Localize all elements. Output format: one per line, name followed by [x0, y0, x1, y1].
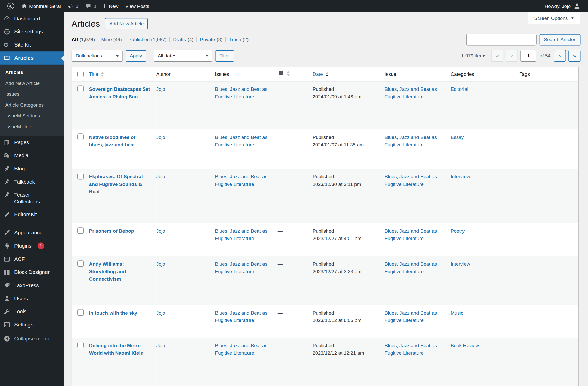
- row-checkbox[interactable]: [77, 173, 84, 179]
- issues-link[interactable]: Blues, Jazz and Beat as Fugitive Literat…: [215, 228, 267, 241]
- row-checkbox[interactable]: [77, 227, 84, 234]
- row-checkbox[interactable]: [77, 133, 84, 140]
- article-title-link[interactable]: Delving into the Mirror World with Naomi…: [89, 343, 143, 356]
- row-checkbox[interactable]: [77, 342, 84, 348]
- issues-link[interactable]: Blues, Jazz and Beat as Fugitive Literat…: [215, 310, 267, 323]
- sidebar-item-site-settings[interactable]: Site settings: [0, 25, 64, 38]
- issues-link[interactable]: Blues, Jazz and Beat as Fugitive Literat…: [215, 174, 267, 187]
- sidebar-item-users[interactable]: Users: [0, 292, 64, 305]
- filter-mine[interactable]: Mine(49): [98, 37, 125, 42]
- filter-button[interactable]: Filter: [215, 50, 234, 61]
- issue-link[interactable]: Blues, Jazz and Beat as Fugitive Literat…: [384, 228, 437, 241]
- site-name-menu[interactable]: Montréal Serai: [18, 0, 64, 12]
- author-link[interactable]: Jojo: [156, 86, 165, 92]
- dates-filter-select[interactable]: All dates: [153, 50, 212, 62]
- collapse-menu-button[interactable]: Collapse menu: [0, 332, 64, 345]
- row-checkbox[interactable]: [77, 309, 84, 315]
- search-articles-button[interactable]: Search Articles: [540, 34, 580, 45]
- new-content-menu[interactable]: + New: [99, 0, 122, 12]
- sidebar-item-settings[interactable]: Settings: [0, 318, 64, 331]
- category-link[interactable]: Interview: [451, 174, 470, 179]
- row-checkbox[interactable]: [77, 85, 84, 92]
- publish-status: Published: [313, 260, 379, 268]
- author-link[interactable]: Jojo: [156, 261, 165, 266]
- issue-link[interactable]: Blues, Jazz and Beat as Fugitive Literat…: [384, 86, 437, 99]
- comments-menu[interactable]: 0: [82, 0, 99, 12]
- last-page-button[interactable]: »: [568, 50, 580, 62]
- prev-page-button[interactable]: ‹: [506, 50, 518, 62]
- article-title-link[interactable]: Prisoners of Bebop: [89, 228, 134, 234]
- row-checkbox[interactable]: [77, 260, 84, 266]
- issue-link[interactable]: Blues, Jazz and Beat as Fugitive Literat…: [384, 174, 437, 187]
- sidebar-item-pages[interactable]: Pages: [0, 136, 64, 149]
- filter-published[interactable]: Published(1,067): [125, 37, 170, 42]
- sidebar-item-plugins[interactable]: Plugins 1: [0, 240, 64, 253]
- sidebar-item-tools[interactable]: Tools: [0, 305, 64, 318]
- filter-drafts[interactable]: Drafts(4): [170, 37, 197, 42]
- author-link[interactable]: Jojo: [156, 228, 165, 234]
- issues-link[interactable]: Blues, Jazz and Beat as Fugitive Literat…: [215, 261, 267, 274]
- article-title-link[interactable]: Sovereign Beatscapes Set Against a Risin…: [89, 86, 150, 99]
- category-link[interactable]: Interview: [451, 261, 470, 266]
- submenu-item-issues[interactable]: Issues: [0, 88, 64, 99]
- sidebar-item-articles[interactable]: Articles: [0, 51, 64, 65]
- my-account-menu[interactable]: Howdy, Jojo: [541, 0, 584, 12]
- sidebar-item-acf[interactable]: ACF: [0, 253, 64, 266]
- sort-by-comments[interactable]: [278, 70, 290, 77]
- updates-menu[interactable]: 1: [64, 0, 82, 12]
- submenu-item-issuem-settings[interactable]: IssueM Settings: [0, 110, 64, 121]
- author-link[interactable]: Jojo: [156, 310, 165, 315]
- sidebar-item-talkback[interactable]: Talkback: [0, 175, 64, 188]
- category-link[interactable]: Book Review: [451, 343, 479, 348]
- next-page-button[interactable]: ›: [554, 50, 566, 62]
- category-link[interactable]: Music: [451, 310, 463, 315]
- sidebar-item-teaser-collections[interactable]: Teaser Collections: [0, 188, 64, 208]
- submenu-item-articles[interactable]: Articles: [0, 67, 64, 78]
- sidebar-item-appearance[interactable]: Appearance: [0, 226, 64, 240]
- author-link[interactable]: Jojo: [156, 174, 165, 179]
- article-title-link[interactable]: In touch with the sky: [89, 310, 137, 315]
- sidebar-item-block-designer[interactable]: Block Designer: [0, 266, 64, 279]
- select-all-checkbox[interactable]: [77, 71, 84, 77]
- filter-all[interactable]: All(1,079): [72, 37, 98, 42]
- category-link[interactable]: Editorial: [451, 86, 468, 92]
- view-posts-menu[interactable]: View Posts: [122, 0, 153, 12]
- issues-link[interactable]: Blues, Jazz and Beat as Fugitive Literat…: [215, 134, 267, 147]
- issue-link[interactable]: Blues, Jazz and Beat as Fugitive Literat…: [384, 134, 437, 147]
- sidebar-item-site-kit[interactable]: G Site Kit: [0, 38, 64, 52]
- article-title-link[interactable]: Native bloodlines of blues, jazz and bea…: [89, 134, 135, 147]
- wordpress-menu[interactable]: [4, 0, 18, 12]
- filter-private[interactable]: Private(8): [196, 37, 225, 42]
- author-link[interactable]: Jojo: [156, 134, 165, 140]
- category-link[interactable]: Essay: [451, 134, 464, 140]
- sidebar-item-blog[interactable]: Blog: [0, 162, 64, 175]
- sidebar-item-taxopress[interactable]: TaxoPress: [0, 279, 64, 292]
- sidebar-label: Dashboard: [14, 15, 40, 22]
- author-link[interactable]: Jojo: [156, 343, 165, 348]
- sidebar-item-media[interactable]: Media: [0, 149, 64, 162]
- article-title-link[interactable]: Ekphrases: Of Spectral and Fugitive Soun…: [89, 174, 143, 194]
- article-title-link[interactable]: Andy Williams: Storytelling and Connecti…: [89, 261, 126, 281]
- sort-by-title[interactable]: Title: [89, 71, 104, 77]
- sort-by-date[interactable]: Date: [313, 71, 329, 77]
- first-page-button[interactable]: «: [491, 50, 503, 62]
- issues-link[interactable]: Blues, Jazz and Beat as Fugitive Literat…: [215, 343, 267, 356]
- issue-link[interactable]: Blues, Jazz and Beat as Fugitive Literat…: [384, 310, 437, 323]
- issue-link[interactable]: Blues, Jazz and Beat as Fugitive Literat…: [384, 261, 437, 274]
- issue-link[interactable]: Blues, Jazz and Beat as Fugitive Literat…: [384, 343, 437, 356]
- search-input[interactable]: [466, 34, 537, 46]
- category-link[interactable]: Poetry: [451, 228, 465, 234]
- apply-button[interactable]: Apply: [126, 50, 146, 61]
- filter-trash[interactable]: Trash(2): [225, 37, 252, 42]
- submenu-item-article-categories[interactable]: Article Categories: [0, 99, 64, 110]
- current-page-input[interactable]: [520, 50, 536, 62]
- submenu-item-issuem-help[interactable]: IssueM Help: [0, 121, 64, 132]
- publish-status: Published: [313, 227, 379, 235]
- sidebar-item-editorskit[interactable]: EditorsKit: [0, 208, 64, 221]
- sidebar-item-dashboard[interactable]: Dashboard: [0, 12, 64, 25]
- bulk-actions-select[interactable]: Bulk actions: [72, 50, 123, 62]
- add-new-article-button[interactable]: Add New Article: [105, 18, 148, 29]
- submenu-item-add-new-article[interactable]: Add New Article: [0, 78, 64, 88]
- screen-options-toggle[interactable]: Screen Options ▼: [528, 12, 580, 24]
- issues-link[interactable]: Blues, Jazz and Beat as Fugitive Literat…: [215, 86, 267, 99]
